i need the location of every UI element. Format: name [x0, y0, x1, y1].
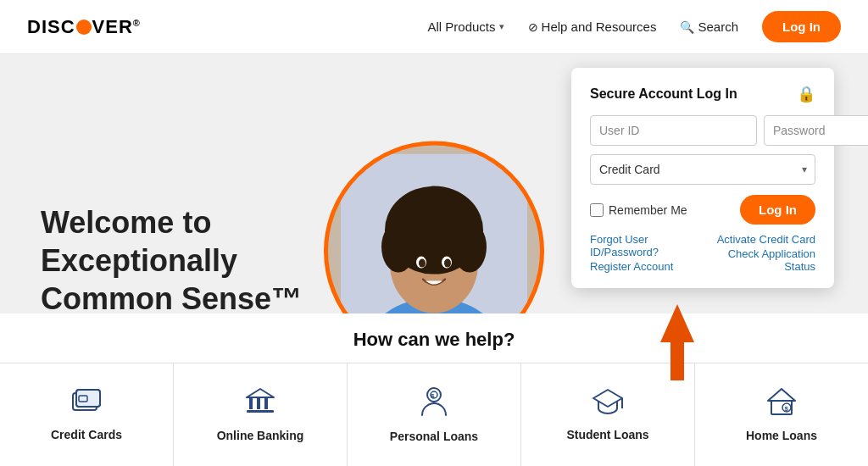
credit-cards-label: Credit Cards	[51, 428, 122, 441]
svg-rect-23	[264, 397, 268, 409]
nav-help[interactable]: ⊘ Help and Resources	[528, 19, 657, 34]
service-item-personal-loans[interactable]: $ Personal Loans	[348, 363, 521, 466]
svg-rect-17	[76, 390, 100, 407]
forgot-credentials-link[interactable]: Forgot User ID/Password?	[590, 233, 706, 258]
nav: All Products ▾ ⊘ Help and Resources 🔍 Se…	[428, 11, 842, 42]
help-icon: ⊘	[528, 20, 538, 34]
service-item-home-loans[interactable]: $ Home Loans	[695, 363, 868, 466]
login-submit-button[interactable]: Log In	[740, 195, 815, 225]
nav-all-products[interactable]: All Products ▾	[428, 19, 504, 34]
search-icon: 🔍	[680, 20, 694, 34]
svg-text:$: $	[785, 405, 789, 413]
how-help-section: How can we help? Credit Cards	[0, 313, 868, 466]
lock-icon: 🔒	[797, 85, 815, 103]
service-grid: Credit Cards Online Banking	[0, 363, 868, 466]
logo-o-circle	[76, 19, 92, 35]
student-loans-icon	[592, 388, 624, 421]
check-application-status-link[interactable]: Check Application Status	[706, 247, 815, 273]
user-id-input[interactable]	[590, 115, 757, 146]
svg-rect-22	[257, 397, 260, 409]
svg-point-12	[419, 259, 426, 268]
online-banking-label: Online Banking	[217, 429, 304, 442]
svg-marker-20	[247, 389, 274, 397]
remember-me-row: Remember Me Log In	[590, 195, 815, 225]
remember-me-label[interactable]: Remember Me	[590, 203, 687, 217]
service-item-online-banking[interactable]: Online Banking	[174, 363, 348, 466]
service-item-credit-cards[interactable]: Credit Cards	[0, 363, 174, 466]
card-type-select[interactable]: Credit Card Bank Account Student Loans	[590, 154, 815, 185]
svg-rect-24	[247, 410, 274, 413]
login-inputs-row	[590, 115, 815, 146]
home-loans-icon: $	[766, 387, 797, 422]
register-account-link[interactable]: Register Account	[590, 260, 706, 273]
login-card-title: Secure Account Log In	[590, 86, 737, 102]
svg-rect-21	[249, 397, 253, 409]
svg-marker-30	[768, 389, 795, 401]
service-item-student-loans[interactable]: Student Loans	[521, 363, 695, 466]
credit-cards-icon	[71, 388, 102, 421]
student-loans-label: Student Loans	[566, 428, 648, 441]
how-help-title: How can we help?	[353, 329, 515, 351]
chevron-down-icon: ▾	[499, 21, 504, 32]
header-login-button[interactable]: Log In	[762, 11, 841, 42]
svg-point-13	[444, 259, 451, 268]
nav-search[interactable]: 🔍 Search	[680, 19, 738, 34]
bank-icon	[245, 387, 275, 422]
personal-loans-label: Personal Loans	[390, 430, 478, 443]
main-content: Welcome to Exceptionally Common Sense™	[0, 54, 868, 466]
login-card-header: Secure Account Log In 🔒	[590, 85, 815, 103]
login-links: Forgot User ID/Password? Register Accoun…	[590, 233, 815, 273]
card-type-select-row: Credit Card Bank Account Student Loans ▾	[590, 154, 815, 185]
login-links-right: Activate Credit Card Check Application S…	[706, 233, 815, 273]
logo: DISCVER®	[27, 16, 141, 38]
activate-card-link[interactable]: Activate Credit Card	[706, 233, 815, 246]
home-loans-label: Home Loans	[746, 429, 817, 442]
personal-loans-icon: $	[419, 386, 449, 423]
remember-me-checkbox[interactable]	[590, 203, 604, 217]
login-links-left: Forgot User ID/Password? Register Accoun…	[590, 233, 706, 273]
hero-text: Welcome to Exceptionally Common Sense™	[41, 203, 302, 318]
svg-rect-31	[771, 401, 792, 414]
svg-point-9	[410, 198, 458, 232]
header: DISCVER® All Products ▾ ⊘ Help and Resou…	[0, 0, 868, 54]
login-card: Secure Account Log In 🔒 Credit Card Bank…	[571, 68, 834, 288]
hero-headline: Welcome to Exceptionally Common Sense™	[41, 203, 302, 318]
svg-text:$: $	[431, 392, 435, 400]
password-input[interactable]	[764, 115, 868, 146]
